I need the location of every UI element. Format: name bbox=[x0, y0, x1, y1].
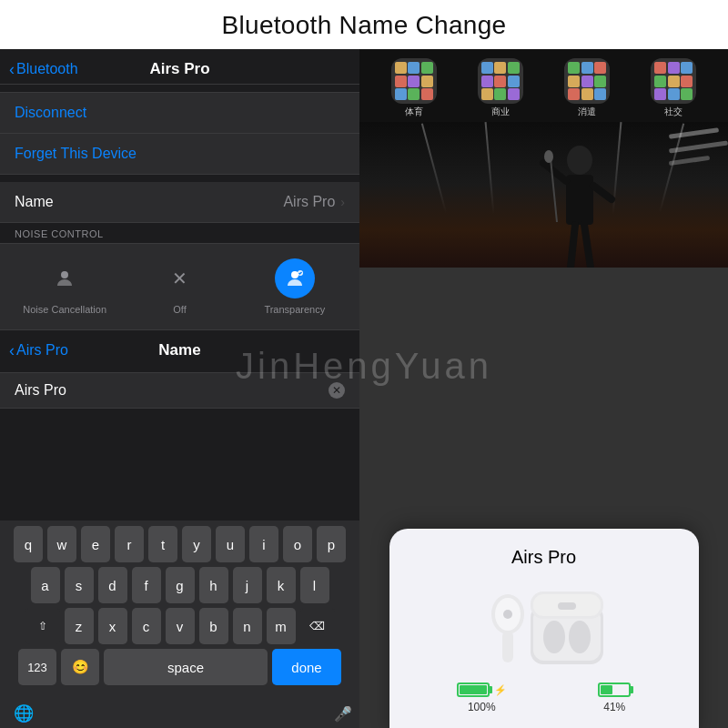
folder-business: 商业 bbox=[478, 58, 523, 118]
key-d[interactable]: d bbox=[98, 567, 127, 603]
key-r[interactable]: r bbox=[115, 526, 144, 562]
key-p[interactable]: p bbox=[317, 526, 346, 562]
key-v[interactable]: v bbox=[166, 608, 195, 644]
keyboard-row-2: a s d f g h j k l bbox=[3, 567, 357, 603]
key-y[interactable]: y bbox=[182, 526, 211, 562]
clear-input-button[interactable]: ✕ bbox=[329, 382, 345, 399]
battery-left: ⚡ 100% bbox=[457, 682, 507, 713]
name-chevron-icon: › bbox=[340, 195, 345, 209]
key-q[interactable]: q bbox=[14, 526, 43, 562]
key-w[interactable]: w bbox=[47, 526, 76, 562]
right-panel: 体育 商业 bbox=[359, 49, 728, 728]
transparency-label: Transparency bbox=[264, 304, 325, 315]
noise-off-icon: ✕ bbox=[159, 258, 199, 298]
name-edit-nav: ‹ Airs Pro Name bbox=[0, 330, 359, 365]
folder-leisure-label: 消遣 bbox=[578, 106, 596, 118]
key-z[interactable]: z bbox=[65, 608, 94, 644]
key-emoji[interactable]: 😊 bbox=[61, 649, 99, 685]
device-actions: Disconnect Forget This Device bbox=[0, 92, 359, 175]
key-b[interactable]: b bbox=[199, 608, 228, 644]
name-input-row: ✕ bbox=[0, 372, 359, 409]
svg-line-8 bbox=[584, 225, 591, 268]
key-a[interactable]: a bbox=[31, 567, 60, 603]
key-s[interactable]: s bbox=[65, 567, 94, 603]
svg-point-14 bbox=[503, 610, 512, 619]
keyboard-row-4: 123 😊 space done bbox=[3, 649, 357, 685]
key-g[interactable]: g bbox=[166, 567, 195, 603]
globe-icon[interactable]: 🌐 bbox=[7, 697, 40, 728]
name-label: Name bbox=[15, 194, 283, 210]
key-c[interactable]: c bbox=[132, 608, 161, 644]
phone-bg-top: 体育 商业 bbox=[359, 49, 728, 268]
name-value: Airs Pro bbox=[283, 194, 335, 210]
key-space[interactable]: space bbox=[104, 649, 268, 685]
svg-line-7 bbox=[571, 225, 575, 268]
keyboard-bottom-bar: 🌐 🎤 bbox=[0, 693, 359, 728]
noise-off-label: Off bbox=[173, 304, 186, 315]
svg-point-20 bbox=[543, 621, 565, 653]
folder-leisure: 消遣 bbox=[564, 58, 610, 118]
svg-point-21 bbox=[569, 621, 591, 653]
svg-rect-4 bbox=[566, 175, 593, 225]
battery-right: 41% bbox=[598, 682, 631, 713]
back-to-bluetooth[interactable]: ‹ Bluetooth bbox=[9, 60, 78, 79]
key-o[interactable]: o bbox=[283, 526, 312, 562]
keyboard-row-3: ⇧ z x c v b n m ⌫ bbox=[3, 608, 357, 644]
back-arrow-icon: ‹ bbox=[9, 60, 15, 79]
transparency-option[interactable]: Transparency bbox=[238, 258, 352, 315]
back-to-device[interactable]: ‹ Airs Pro bbox=[9, 341, 68, 360]
svg-point-0 bbox=[61, 271, 68, 278]
key-backspace[interactable]: ⌫ bbox=[300, 608, 335, 644]
key-numbers[interactable]: 123 bbox=[18, 649, 56, 685]
airpods-svg bbox=[453, 582, 635, 673]
name-row[interactable]: Name Airs Pro › bbox=[0, 182, 359, 223]
noise-cancellation-icon bbox=[45, 258, 85, 298]
key-u[interactable]: u bbox=[216, 526, 245, 562]
key-e[interactable]: e bbox=[81, 526, 110, 562]
page-title: Bluetooth Name Change bbox=[0, 0, 728, 49]
folder-social: 社交 bbox=[651, 58, 696, 118]
svg-point-10 bbox=[544, 150, 553, 163]
battery-left-bar: ⚡ bbox=[457, 682, 507, 697]
key-i[interactable]: i bbox=[249, 526, 278, 562]
key-t[interactable]: t bbox=[148, 526, 177, 562]
forget-device-row[interactable]: Forget This Device bbox=[0, 134, 359, 175]
key-f[interactable]: f bbox=[132, 567, 161, 603]
key-h[interactable]: h bbox=[199, 567, 228, 603]
key-k[interactable]: k bbox=[267, 567, 296, 603]
concert-scene bbox=[359, 122, 728, 268]
mic-icon[interactable]: 🎤 bbox=[334, 705, 352, 723]
folder-sports-label: 体育 bbox=[405, 106, 423, 118]
key-done[interactable]: done bbox=[272, 649, 341, 685]
nav-device-title: Airs Pro bbox=[149, 60, 209, 78]
noise-cancellation-option[interactable]: Noise Cancellation bbox=[7, 258, 122, 315]
noise-control-section: Noise Cancellation ✕ Off Transparency bbox=[0, 243, 359, 330]
key-l[interactable]: l bbox=[300, 567, 329, 603]
svg-rect-19 bbox=[558, 602, 576, 610]
airpods-card: Airs Pro bbox=[389, 529, 699, 728]
key-n[interactable]: n bbox=[233, 608, 262, 644]
transparency-icon bbox=[275, 258, 315, 298]
battery-right-bar bbox=[598, 682, 631, 697]
lightning-icon: ⚡ bbox=[494, 684, 507, 696]
noise-section-header: NOISE CONTROL bbox=[0, 223, 359, 243]
battery-right-fill bbox=[601, 685, 612, 694]
key-m[interactable]: m bbox=[267, 608, 296, 644]
name-input-field[interactable] bbox=[15, 382, 329, 399]
key-x[interactable]: x bbox=[98, 608, 127, 644]
disconnect-label: Disconnect bbox=[15, 105, 86, 121]
svg-rect-13 bbox=[502, 631, 513, 662]
keyboard-row-1: q w e r t y u i o p bbox=[3, 526, 357, 562]
battery-right-outer bbox=[598, 682, 631, 697]
name-back-arrow-icon: ‹ bbox=[9, 341, 15, 360]
airpods-visual bbox=[411, 582, 677, 673]
key-j[interactable]: j bbox=[233, 567, 262, 603]
svg-line-6 bbox=[593, 186, 612, 199]
noise-off-option[interactable]: ✕ Off bbox=[122, 258, 237, 315]
folder-social-label: 社交 bbox=[664, 106, 682, 118]
key-shift[interactable]: ⇧ bbox=[25, 608, 60, 644]
person-silhouette bbox=[525, 140, 634, 268]
disconnect-row[interactable]: Disconnect bbox=[0, 92, 359, 134]
keyboard: q w e r t y u i o p a s d f g h j k bbox=[0, 521, 359, 693]
svg-point-3 bbox=[567, 146, 592, 175]
